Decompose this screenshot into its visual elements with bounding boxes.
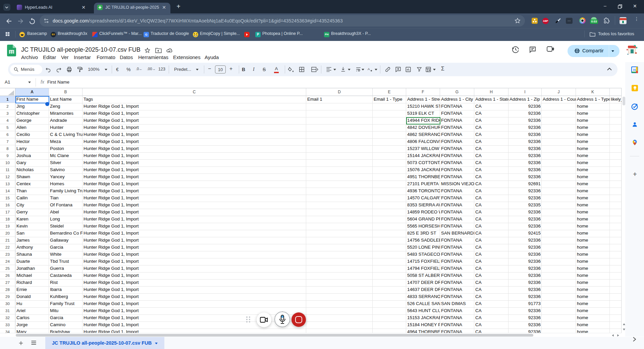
svg-text:31: 31: [633, 68, 636, 71]
svg-text:A: A: [368, 67, 370, 71]
